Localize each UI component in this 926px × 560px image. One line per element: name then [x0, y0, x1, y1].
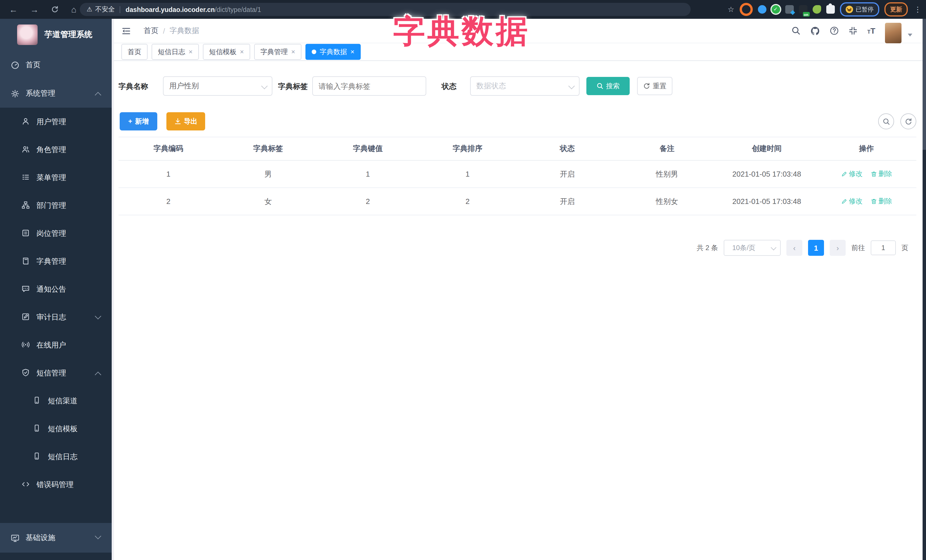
github-icon[interactable] [810, 26, 820, 36]
reset-button[interactable]: 重置 [637, 77, 672, 95]
breadcrumb-home[interactable]: 首页 [144, 26, 159, 36]
search-button[interactable]: 搜索 [586, 77, 630, 95]
close-icon[interactable]: × [240, 48, 244, 55]
extension-icon[interactable] [758, 5, 766, 14]
dict-data-table: 字典编码 字典标签 字典键值 字典排序 状态 备注 创建时间 操作 1 男 1 … [118, 137, 916, 215]
chevron-down-icon [95, 313, 101, 320]
chevron-down-icon [261, 83, 268, 89]
address-bar[interactable]: ⚠ 不安全 dashboard.yudao.iocoder.cn /dict/t… [80, 3, 691, 16]
sidebar-item-sms-channel[interactable]: 短信渠道 [0, 387, 112, 415]
app-title: 芋道管理系统 [44, 30, 92, 40]
search-icon[interactable] [791, 26, 800, 35]
delete-link[interactable]: 删除 [870, 196, 892, 206]
plus-icon: + [128, 117, 132, 125]
tab-sms-template[interactable]: 短信模板 × [203, 44, 250, 60]
sidebar-item-menus[interactable]: 菜单管理 [0, 163, 112, 192]
users-icon [22, 145, 30, 154]
pagination: 共 2 条 10条/页 ‹ 1 › 前往 页 [114, 240, 916, 256]
reload-icon[interactable] [51, 6, 59, 13]
help-icon[interactable] [830, 26, 839, 35]
page-scrollbar[interactable] [923, 19, 926, 560]
sidebar-item-sms-log[interactable]: 短信日志 [0, 443, 112, 471]
browser-update-button[interactable]: 更新 [884, 2, 908, 17]
forward-icon[interactable]: → [30, 5, 39, 14]
sidebar-item-roles[interactable]: 角色管理 [0, 136, 112, 163]
filter-form: 字典名称 用户性别 字典标签 状态 数据状态 搜索 [114, 76, 923, 97]
sidebar-item-audit-log[interactable]: 审计日志 [0, 303, 112, 331]
sidebar-item-infrastructure[interactable]: 基础设施 [0, 523, 112, 552]
dict-name-select[interactable]: 用户性别 [163, 76, 272, 96]
paused-extension-badge[interactable]: 已暂停 [840, 2, 879, 17]
refresh-table-button[interactable] [900, 113, 916, 129]
browser-menu-icon[interactable]: ⋮ [914, 5, 921, 14]
extension-icon[interactable] [785, 5, 793, 14]
page-size-select[interactable]: 10条/页 [724, 240, 781, 256]
delete-link[interactable]: 删除 [870, 169, 892, 179]
home-icon[interactable]: ⌂ [71, 5, 76, 14]
app-logo-row[interactable]: 芋道管理系统 [0, 19, 112, 51]
table-header-row: 字典编码 字典标签 字典键值 字典排序 状态 备注 创建时间 操作 [118, 137, 916, 161]
table-row[interactable]: 1 男 1 1 开启 性别男 2021-01-05 17:03:48 修改 [118, 161, 916, 188]
sidebar-item-system[interactable]: 系统管理 [0, 79, 112, 108]
dict-label-label: 字典标签 [278, 76, 308, 97]
export-button[interactable]: 导出 [166, 112, 205, 130]
edit-link[interactable]: 修改 [841, 169, 862, 179]
dashboard-icon [11, 61, 20, 69]
sidebar-item-home[interactable]: 首页 [0, 51, 112, 79]
sidebar-item-notice[interactable]: 通知公告 [0, 275, 112, 303]
close-icon[interactable]: × [291, 48, 295, 55]
phone-icon [33, 424, 42, 433]
column-header: 字典标签 [218, 143, 318, 154]
tab-dict-manage[interactable]: 字典管理 × [254, 44, 301, 60]
sidebar-item-sms-template[interactable]: 短信模板 [0, 415, 112, 443]
extension-icon[interactable]: on [799, 5, 807, 14]
collapse-sidebar-icon[interactable] [121, 27, 131, 35]
sidebar-scrollbar[interactable] [112, 19, 114, 560]
extension-icon[interactable] [739, 3, 752, 16]
add-button[interactable]: + 新增 [120, 112, 157, 130]
goto-label: 前往 [851, 243, 865, 253]
table-row[interactable]: 2 女 2 2 开启 性别女 2021-01-05 17:03:48 修改 [118, 188, 916, 215]
breadcrumb: 首页 / 字典数据 [144, 26, 199, 36]
menu-list-icon [22, 173, 30, 182]
extension-icon[interactable] [812, 5, 821, 14]
show-search-toggle-button[interactable] [878, 113, 894, 129]
sidebar-item-online-users[interactable]: 在线用户 [0, 331, 112, 359]
back-icon[interactable]: ← [9, 5, 18, 14]
emoji-avatar [845, 6, 853, 13]
security-label[interactable]: 不安全 [95, 5, 115, 14]
fullscreen-icon[interactable] [849, 26, 858, 35]
tab-home[interactable]: 首页 [121, 44, 148, 60]
sidebar-item-departments[interactable]: 部门管理 [0, 192, 112, 219]
status-select[interactable]: 数据状态 [470, 76, 580, 96]
org-tree-icon [22, 201, 30, 210]
column-header: 字典排序 [418, 143, 517, 154]
sidebar-submenu: 用户管理 角色管理 菜单管理 [0, 108, 112, 523]
page-number-button[interactable]: 1 [808, 240, 824, 256]
sidebar-item-dict[interactable]: 字典管理 [0, 247, 112, 275]
id-badge-icon [22, 229, 30, 237]
url-host: dashboard.yudao.iocoder.cn [126, 6, 215, 13]
tab-dict-data[interactable]: 字典数据 × [306, 44, 361, 60]
next-page-button[interactable]: › [830, 240, 846, 256]
extensions-puzzle-icon[interactable] [826, 5, 835, 14]
font-size-icon[interactable]: TT [867, 26, 875, 35]
status-text: 开启 [517, 196, 617, 207]
prev-page-button[interactable]: ‹ [787, 240, 802, 256]
extension-check-icon[interactable]: ✓ [771, 5, 780, 14]
tab-sms-log[interactable]: 短信日志 × [151, 44, 199, 60]
sidebar-item-users[interactable]: 用户管理 [0, 108, 112, 136]
goto-page-input[interactable] [871, 240, 896, 255]
chevron-down-icon [569, 83, 575, 89]
close-icon[interactable]: × [351, 48, 354, 55]
dict-label-input[interactable] [313, 77, 426, 95]
edit-link[interactable]: 修改 [841, 196, 862, 206]
bookmark-star-icon[interactable]: ☆ [728, 5, 734, 14]
sidebar-item-sms[interactable]: 短信管理 [0, 359, 112, 387]
sidebar-item-error-codes[interactable]: 错误码管理 [0, 471, 112, 498]
avatar[interactable] [885, 23, 902, 43]
scrollbar-thumb[interactable] [923, 19, 926, 150]
sidebar-item-posts[interactable]: 岗位管理 [0, 219, 112, 247]
close-icon[interactable]: × [189, 48, 193, 55]
caret-down-icon[interactable] [908, 33, 912, 36]
